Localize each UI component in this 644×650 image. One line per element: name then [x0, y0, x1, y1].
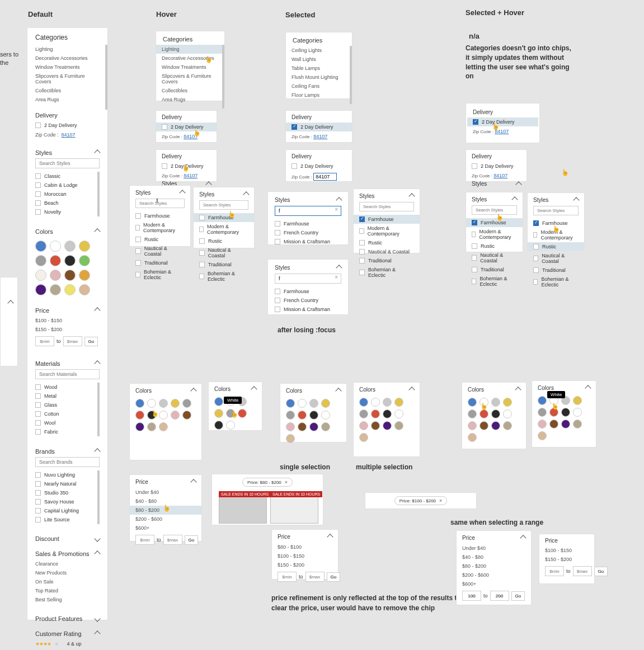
sales-item[interactable]: New Products: [35, 568, 100, 577]
color-swatch[interactable]: [64, 284, 76, 295]
brands-title[interactable]: Brands: [27, 442, 107, 457]
price-row[interactable]: $150 - $200: [545, 555, 589, 564]
price-row[interactable]: $80 - $200: [462, 562, 525, 571]
color-swatch[interactable]: [309, 411, 318, 420]
brand-item[interactable]: Studio 350: [35, 488, 97, 497]
color-swatch[interactable]: [147, 399, 156, 408]
style-item[interactable]: Mission & Craftsman: [275, 305, 341, 314]
price-chip[interactable]: Price: $80 - $200×: [242, 478, 293, 487]
cat-item[interactable]: Collectibles: [35, 86, 97, 95]
color-swatch[interactable]: [468, 421, 477, 430]
brand-item[interactable]: Lite Source: [35, 515, 97, 524]
style-item[interactable]: Classic: [35, 172, 95, 181]
material-item[interactable]: Fabric: [35, 427, 97, 436]
color-swatch[interactable]: [359, 421, 368, 430]
color-swatch[interactable]: [182, 411, 191, 420]
styles-search[interactable]: [275, 274, 341, 284]
clear-icon[interactable]: ×: [335, 206, 338, 213]
cat-item-hover[interactable]: Lighting: [156, 45, 222, 54]
max-input[interactable]: [63, 336, 82, 346]
color-swatch[interactable]: [359, 398, 368, 407]
color-swatch[interactable]: [309, 422, 318, 431]
style-item[interactable]: Farmhouse: [275, 219, 341, 228]
color-swatch[interactable]: [182, 399, 191, 408]
color-swatch[interactable]: [135, 399, 144, 408]
material-item[interactable]: Glass: [35, 401, 97, 409]
color-swatch[interactable]: [298, 399, 307, 408]
style-item-selected[interactable]: Farmhouse: [354, 215, 420, 224]
color-swatch[interactable]: [50, 241, 61, 252]
min-input[interactable]: [278, 572, 297, 582]
color-swatch[interactable]: [50, 270, 61, 281]
color-swatch[interactable]: [35, 241, 46, 252]
color-swatch[interactable]: [321, 411, 330, 420]
color-swatch[interactable]: [64, 255, 76, 266]
cat-item[interactable]: Area Rugs: [35, 95, 97, 104]
price-row[interactable]: $100 - $150: [278, 552, 332, 560]
zip-link-hover[interactable]: 84107: [184, 173, 198, 178]
color-swatch[interactable]: [35, 284, 46, 295]
color-swatch[interactable]: [383, 409, 392, 418]
color-swatch[interactable]: [286, 411, 295, 420]
sales-item[interactable]: Clearance: [35, 559, 100, 568]
cat-item[interactable]: Wall Lights: [292, 55, 344, 64]
go-button[interactable]: Go: [511, 591, 525, 601]
styles-search[interactable]: [275, 206, 341, 216]
style-item[interactable]: Rustic: [472, 242, 517, 251]
min-input[interactable]: [35, 336, 54, 346]
color-swatch[interactable]: [561, 408, 570, 417]
color-swatch[interactable]: [538, 431, 547, 440]
price-row[interactable]: $200 - $600: [135, 515, 196, 524]
zip-link[interactable]: 84107: [62, 132, 76, 138]
brand-item[interactable]: Capital Lighting: [35, 506, 97, 515]
color-swatch[interactable]: [321, 399, 330, 408]
style-item[interactable]: Nautical & Coastal: [472, 251, 517, 265]
style-item[interactable]: Moroccan: [35, 190, 95, 199]
color-swatch[interactable]: [573, 408, 582, 417]
zip-link[interactable]: 84107: [184, 134, 198, 139]
style-item[interactable]: Rustic: [199, 237, 248, 246]
style-item[interactable]: Nautical & Coastal: [135, 244, 185, 258]
color-swatch[interactable]: [79, 270, 90, 281]
color-swatch[interactable]: [214, 421, 223, 430]
style-item-hover[interactable]: Rustic: [528, 242, 584, 251]
color-swatch[interactable]: [383, 398, 392, 407]
style-item[interactable]: Modern & Contemporary: [533, 228, 579, 242]
color-swatch[interactable]: [286, 422, 295, 431]
cat-item[interactable]: Decorative Accessories: [35, 54, 97, 63]
color-swatch[interactable]: [480, 421, 488, 430]
color-swatch[interactable]: [468, 409, 477, 418]
cat-item[interactable]: Ceiling Fans: [292, 82, 344, 91]
style-item[interactable]: Mission & Craftsman: [275, 237, 341, 246]
color-swatch[interactable]: [561, 420, 570, 428]
color-swatch[interactable]: [359, 409, 368, 418]
color-swatch[interactable]: [538, 408, 547, 417]
style-item[interactable]: Modern & Contemporary: [472, 227, 517, 242]
style-item[interactable]: Nautical & Coastal: [533, 251, 579, 266]
cat-item[interactable]: Window Treatments: [162, 63, 217, 72]
color-swatch[interactable]: [79, 255, 90, 266]
color-swatch[interactable]: [491, 398, 500, 407]
colors-title[interactable]: Colors: [27, 222, 107, 237]
delivery-2day[interactable]: 2 Day Delivery: [472, 162, 521, 171]
color-swatch[interactable]: [573, 420, 582, 428]
cat-item[interactable]: Slipcovers & Furniture Covers: [162, 72, 217, 86]
style-item[interactable]: Rustic: [359, 238, 414, 247]
price-row[interactable]: $600+: [135, 524, 196, 533]
styles-title[interactable]: Styles: [27, 143, 107, 158]
color-swatch[interactable]: [159, 422, 168, 431]
delivery-2day-selhover[interactable]: 2 Day Delivery: [467, 117, 538, 126]
color-swatch[interactable]: [298, 422, 307, 431]
material-item[interactable]: Metal: [35, 392, 97, 401]
color-swatch[interactable]: [394, 409, 403, 418]
cat-item[interactable]: Table Lamps: [292, 64, 344, 73]
style-item[interactable]: Bohemian & Eclectic: [359, 265, 414, 280]
color-swatch[interactable]: [226, 409, 235, 418]
color-swatch[interactable]: [383, 421, 392, 430]
color-swatch[interactable]: [214, 397, 223, 406]
sales-title[interactable]: Sales & Promotions: [27, 544, 107, 559]
color-swatch[interactable]: [480, 398, 488, 407]
color-swatch[interactable]: [64, 270, 76, 281]
min-input[interactable]: [462, 591, 481, 601]
material-item[interactable]: Cotton: [35, 409, 97, 418]
